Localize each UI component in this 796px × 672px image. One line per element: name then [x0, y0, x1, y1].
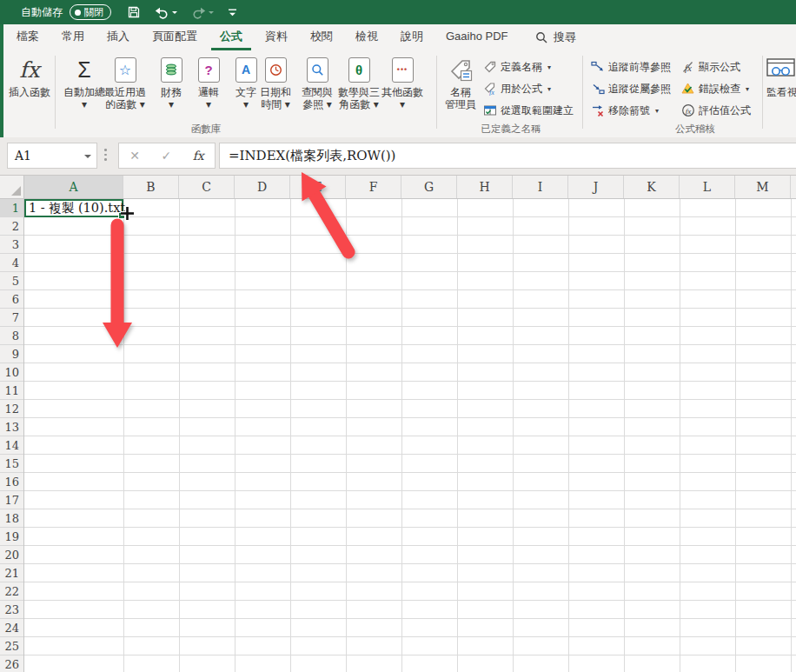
- row-header[interactable]: 10: [0, 363, 23, 382]
- date-time-button[interactable]: 日期和時間 ▾: [256, 53, 295, 123]
- group-label-function-library: 函數庫: [163, 123, 249, 136]
- name-manager-button[interactable]: 名稱管理員: [440, 53, 481, 123]
- theta-icon: θ: [355, 63, 362, 77]
- row-header[interactable]: 17: [0, 491, 23, 509]
- cancel-button[interactable]: ✕: [129, 149, 140, 163]
- column-header[interactable]: K: [624, 176, 680, 198]
- row-header[interactable]: 2: [0, 217, 23, 236]
- row-header[interactable]: 13: [0, 418, 23, 436]
- ribbon-tab[interactable]: 頁面配置: [143, 24, 206, 50]
- name-box[interactable]: A1: [7, 143, 97, 169]
- row-header[interactable]: 4: [0, 254, 23, 272]
- create-from-selection-icon: [483, 103, 497, 117]
- column-header[interactable]: F: [346, 176, 401, 198]
- coins-icon: [164, 63, 178, 77]
- row-header[interactable]: 24: [0, 619, 23, 637]
- column-header[interactable]: I: [513, 176, 568, 198]
- recently-used-button[interactable]: ☆ 最近用過的函數 ▾: [102, 53, 149, 123]
- column-header[interactable]: H: [457, 176, 513, 198]
- error-checking-button[interactable]: 錯誤檢查 ▾: [681, 80, 749, 97]
- logical-button[interactable]: ? 邏輯▾: [191, 53, 226, 123]
- show-formulas-button[interactable]: fx 顯示公式: [681, 58, 746, 76]
- row-header[interactable]: 18: [0, 509, 23, 528]
- redo-dropdown[interactable]: [209, 11, 214, 17]
- save-button[interactable]: [127, 5, 141, 19]
- grid-cells[interactable]: 1 - 複製 (10).txt: [24, 199, 796, 672]
- trace-dependents-button[interactable]: 追蹤從屬參照: [591, 80, 676, 97]
- gridlines: [123, 199, 796, 672]
- financial-button[interactable]: 財務▾: [154, 53, 189, 123]
- column-header[interactable]: A: [24, 176, 123, 198]
- column-header[interactable]: B: [123, 176, 179, 198]
- ribbon-tab[interactable]: 插入: [98, 24, 138, 50]
- autosave-toggle[interactable]: 關閉: [70, 4, 111, 20]
- customize-qat-button[interactable]: [228, 8, 237, 17]
- column-header[interactable]: L: [680, 176, 735, 198]
- row-header[interactable]: 22: [0, 582, 23, 601]
- ribbon-tab[interactable]: Gaaiho PDF: [437, 24, 517, 50]
- fill-handle[interactable]: [118, 212, 125, 219]
- customize-qat-icon: [228, 8, 237, 17]
- select-all-corner[interactable]: [0, 176, 24, 199]
- search[interactable]: 搜尋: [535, 24, 576, 50]
- row-header[interactable]: 9: [0, 345, 23, 363]
- autosave-state: 關閉: [84, 6, 103, 19]
- evaluate-formula-button[interactable]: fx 評估值公式: [681, 102, 756, 119]
- trace-precedents-button[interactable]: 追蹤前導參照: [591, 58, 676, 76]
- create-from-selection-button[interactable]: 從選取範圍建立: [483, 102, 579, 119]
- ribbon-tab[interactable]: 說明: [392, 24, 432, 50]
- formula-input[interactable]: =INDEX(檔案列表,ROW()): [219, 143, 796, 169]
- name-box-dropdown-icon[interactable]: [84, 155, 91, 162]
- insert-function-fx-button[interactable]: fx: [193, 149, 204, 163]
- enter-button[interactable]: ✓: [161, 149, 171, 163]
- separator: [55, 56, 56, 129]
- column-header[interactable]: G: [401, 176, 457, 198]
- column-header[interactable]: E: [290, 176, 346, 198]
- insert-function-button[interactable]: fx 插入函數: [7, 53, 52, 123]
- excel-window: 自動儲存 關閉: [0, 0, 796, 672]
- row-header[interactable]: 26: [0, 655, 23, 672]
- remove-arrows-icon: [591, 103, 605, 117]
- row-header[interactable]: 3: [0, 236, 23, 254]
- ribbon-tab[interactable]: 資料: [256, 24, 296, 50]
- row-header[interactable]: 25: [0, 637, 23, 655]
- row-header[interactable]: 5: [0, 272, 23, 290]
- ribbon-tab[interactable]: 檔案: [8, 24, 48, 50]
- autosave-label: 自動儲存: [21, 5, 63, 20]
- ribbon-tab[interactable]: 公式: [211, 24, 251, 50]
- define-name-button[interactable]: 定義名稱 ▾: [483, 58, 551, 76]
- ribbon-tab[interactable]: 檢視: [347, 24, 387, 50]
- more-functions-button[interactable]: ••• 其他函數▾: [380, 53, 425, 123]
- row-header[interactable]: 7: [0, 309, 23, 327]
- row-header[interactable]: 15: [0, 455, 23, 473]
- remove-arrows-button[interactable]: 移除箭號 ▾: [591, 102, 659, 119]
- row-header[interactable]: 11: [0, 382, 23, 400]
- watch-window-button[interactable]: 監看視窗: [766, 53, 796, 123]
- active-cell-a1[interactable]: 1 - 複製 (10).txt: [24, 199, 123, 217]
- use-in-formula-button[interactable]: fx 用於公式 ▾: [483, 80, 551, 97]
- row-header[interactable]: 19: [0, 528, 23, 546]
- column-header[interactable]: M: [735, 176, 791, 198]
- ribbon-tab[interactable]: 校閱: [302, 24, 342, 50]
- undo-button[interactable]: [155, 6, 177, 19]
- row-header[interactable]: 1: [0, 199, 23, 217]
- row-header[interactable]: 14: [0, 436, 23, 455]
- math-trig-button[interactable]: θ 數學與三角函數 ▾: [337, 53, 381, 123]
- row-header[interactable]: 21: [0, 564, 23, 582]
- redo-button[interactable]: [191, 6, 214, 19]
- column-header[interactable]: J: [568, 176, 624, 198]
- row-header[interactable]: 6: [0, 290, 23, 309]
- row-header[interactable]: 16: [0, 473, 23, 491]
- row-header[interactable]: 20: [0, 546, 23, 564]
- row-header[interactable]: 8: [0, 327, 23, 345]
- column-header[interactable]: D: [235, 176, 290, 198]
- row-header[interactable]: 23: [0, 601, 23, 619]
- ribbon-tab[interactable]: 常用: [53, 24, 93, 50]
- formula-bar-grip[interactable]: [104, 149, 107, 161]
- undo-dropdown[interactable]: [172, 11, 177, 17]
- row-header[interactable]: 12: [0, 400, 23, 418]
- group-label-defined-names: 已定義之名稱: [450, 123, 572, 136]
- ribbon-tab-row: 檔案常用插入頁面配置公式資料校閱檢視說明Gaaiho PDF 搜尋: [0, 24, 796, 50]
- column-header[interactable]: C: [179, 176, 235, 198]
- lookup-reference-button[interactable]: 查閱與參照 ▾: [298, 53, 336, 123]
